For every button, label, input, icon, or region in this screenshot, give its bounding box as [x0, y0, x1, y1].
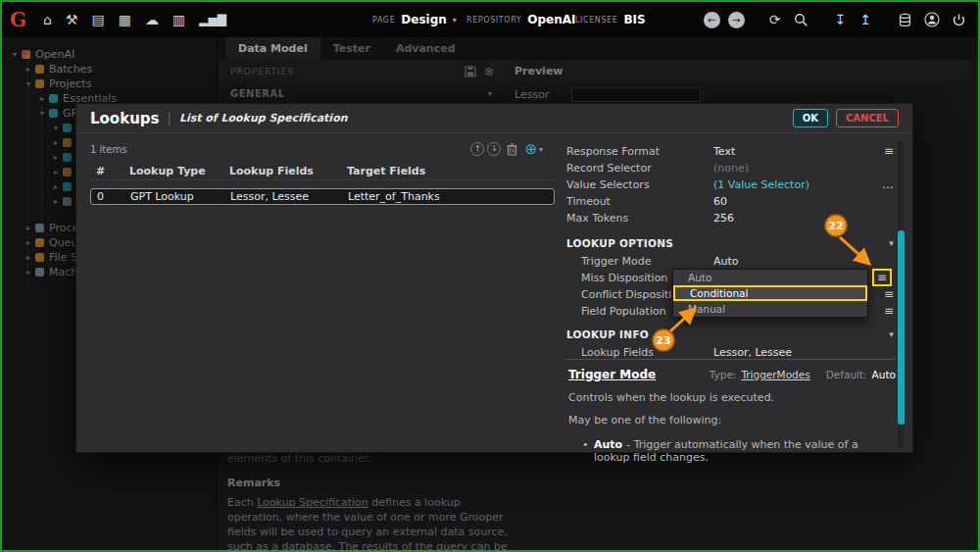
lookup-table-header: # Lookup Type Lookup Fields Target Field… — [90, 163, 555, 180]
section-lookup-info[interactable]: LOOKUP INFO ▾ — [557, 326, 900, 344]
download-icon[interactable]: ↧ — [835, 2, 847, 37]
ellipsis-icon[interactable]: … — [882, 176, 894, 193]
stats-chart-icon[interactable]: ▂▅▇ — [199, 2, 226, 37]
cell-target-fields: Letter_of_Thanks — [348, 190, 554, 203]
chevron-down-icon: ▾ — [889, 326, 894, 344]
cell-lookup-fields: Lessor, Lessee — [230, 190, 348, 203]
dialog-subtitle: List of Lookup Specification — [179, 112, 348, 125]
app-window: G ⌂ ⚒ ▤ ▦ ☁ ▥ ▂▅▇ PAGE Design ▾ REPOSITO… — [0, 0, 980, 552]
move-down-button[interactable]: ↓ — [487, 142, 501, 156]
property-help-panel: Trigger Mode Type: TriggerModes Default:… — [566, 359, 896, 452]
user-icon[interactable] — [924, 12, 940, 27]
import-box-icon[interactable]: ▦ — [119, 2, 131, 37]
dropdown-option-conditional[interactable]: Conditional — [673, 285, 867, 301]
chevron-down-icon: ▾ — [889, 234, 894, 253]
dropdown-option-auto[interactable]: Auto — [673, 270, 867, 285]
col-target-fields: Target Fields — [347, 165, 555, 177]
scrollbar-track[interactable] — [898, 141, 905, 446]
help-bullet-auto: Auto- Trigger automatically when the val… — [568, 438, 896, 464]
search-icon[interactable] — [794, 13, 808, 27]
list-toolbar: 1 items ↑ ↓ ⊕ ▾ — [90, 139, 555, 159]
title-separator: | — [168, 111, 172, 125]
miss-disposition-dropdown: Auto Conditional Manual — [672, 269, 868, 318]
forward-button[interactable]: → — [728, 12, 745, 28]
delete-icon[interactable] — [507, 143, 517, 156]
back-button[interactable]: ← — [704, 12, 720, 28]
power-icon[interactable] — [952, 13, 966, 27]
hamburger-icon[interactable]: ≡ — [884, 286, 894, 303]
chevron-down-icon: ▾ — [453, 16, 457, 25]
prop-row-trigger-mode[interactable]: Trigger Mode Auto — [557, 253, 900, 270]
ok-button[interactable]: OK — [793, 109, 828, 127]
hamburger-icon[interactable]: ≡ — [884, 303, 894, 320]
prop-row-record-selector[interactable]: Record Selector (none) — [557, 160, 900, 176]
table-row[interactable]: 0 GPT Lookup Lessor, Lessee Letter_of_Th… — [90, 188, 555, 205]
value-selectors-link[interactable]: (1 Value Selector) — [713, 176, 809, 193]
add-lookup-button[interactable]: ⊕ — [524, 142, 537, 156]
prop-row-max-tokens[interactable]: Max Tokens 256 — [557, 210, 900, 226]
prop-row-timeout[interactable]: Timeout 60 — [557, 193, 900, 210]
hamburger-icon[interactable]: ≡ — [884, 143, 894, 160]
upload-icon[interactable]: ↥ — [859, 2, 871, 37]
section-lookup-options[interactable]: LOOKUP OPTIONS ▾ — [557, 234, 900, 253]
property-grid: Response Format Text ≡ Record Selector (… — [557, 143, 900, 361]
prop-row-response-format[interactable]: Response Format Text ≡ — [557, 143, 900, 160]
miss-disposition-menu-button[interactable]: ≡ — [872, 269, 892, 286]
clipboard-icon[interactable]: ▥ — [172, 2, 185, 37]
add-dropdown-icon[interactable]: ▾ — [539, 145, 543, 154]
database-icon[interactable] — [898, 13, 912, 27]
col-lookup-fields: Lookup Fields — [229, 165, 347, 177]
licensee-indicator: LICENSEE BIS — [575, 2, 646, 37]
home-icon[interactable]: ⌂ — [43, 2, 52, 37]
refresh-icon[interactable]: ⟳ — [769, 2, 781, 37]
lookup-list-pane: 1 items ↑ ↓ ⊕ ▾ # Lookup Type Lookup Fie… — [90, 139, 555, 205]
page-selector[interactable]: PAGE Design ▾ — [372, 2, 457, 37]
grooper-logo-icon: G — [10, 8, 26, 31]
trigger-modes-link[interactable]: TriggerModes — [741, 369, 809, 380]
cell-index: 0 — [97, 190, 130, 203]
col-index: # — [96, 165, 129, 177]
cell-lookup-type: GPT Lookup — [130, 190, 230, 203]
cloud-icon[interactable]: ☁ — [145, 2, 159, 37]
storage-icon[interactable]: ▤ — [92, 2, 105, 37]
prop-row-value-selectors[interactable]: Value Selectors (1 Value Selector) … — [557, 176, 900, 193]
dropdown-option-manual[interactable]: Manual — [673, 301, 867, 317]
dialog-header: Lookups | List of Lookup Specification O… — [76, 104, 912, 133]
tools-icon[interactable]: ⚒ — [66, 2, 78, 37]
items-count: 1 items — [90, 144, 467, 155]
dialog-title: Lookups — [90, 110, 160, 127]
col-lookup-type: Lookup Type — [129, 165, 229, 177]
lookups-dialog: Lookups | List of Lookup Specification O… — [75, 103, 913, 453]
help-title: Trigger Mode — [568, 368, 656, 381]
repository-indicator: REPOSITORY OpenAI — [466, 2, 576, 37]
cancel-button[interactable]: CANCEL — [836, 109, 899, 127]
scrollbar-thumb[interactable] — [898, 230, 905, 425]
top-bar: G ⌂ ⚒ ▤ ▦ ☁ ▥ ▂▅▇ PAGE Design ▾ REPOSITO… — [2, 2, 978, 37]
move-up-button[interactable]: ↑ — [470, 142, 484, 156]
